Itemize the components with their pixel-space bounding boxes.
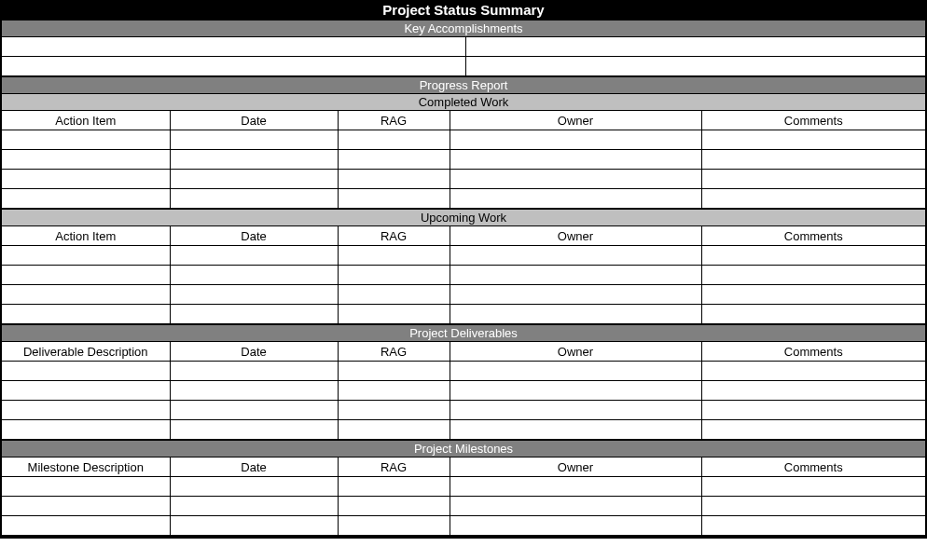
cell[interactable] bbox=[2, 516, 170, 536]
cell[interactable] bbox=[170, 477, 338, 497]
col-comments: Comments bbox=[701, 342, 925, 362]
cell[interactable] bbox=[338, 362, 450, 381]
table-row bbox=[2, 266, 925, 285]
cell[interactable] bbox=[2, 420, 170, 440]
cell[interactable] bbox=[170, 401, 338, 420]
cell[interactable] bbox=[450, 189, 701, 209]
table-header-row: Milestone Description Date RAG Owner Com… bbox=[2, 458, 925, 477]
cell[interactable] bbox=[170, 497, 338, 516]
table-row bbox=[2, 150, 925, 170]
cell[interactable] bbox=[170, 381, 338, 401]
cell[interactable] bbox=[338, 170, 450, 189]
cell[interactable] bbox=[170, 305, 338, 324]
col-action-item: Action Item bbox=[2, 111, 170, 130]
cell[interactable] bbox=[170, 150, 338, 170]
cell[interactable] bbox=[450, 246, 701, 266]
cell[interactable] bbox=[465, 37, 925, 57]
cell[interactable] bbox=[338, 246, 450, 266]
cell[interactable] bbox=[338, 477, 450, 497]
cell[interactable] bbox=[2, 497, 170, 516]
cell[interactable] bbox=[338, 401, 450, 420]
cell[interactable] bbox=[701, 420, 925, 440]
cell[interactable] bbox=[450, 285, 701, 305]
table-row bbox=[2, 285, 925, 305]
col-date: Date bbox=[170, 226, 338, 246]
col-owner: Owner bbox=[450, 342, 701, 362]
table-row bbox=[2, 362, 925, 381]
cell[interactable] bbox=[2, 57, 465, 76]
cell[interactable] bbox=[2, 246, 170, 266]
cell[interactable] bbox=[701, 362, 925, 381]
cell[interactable] bbox=[701, 497, 925, 516]
cell[interactable] bbox=[450, 401, 701, 420]
cell[interactable] bbox=[2, 305, 170, 324]
cell[interactable] bbox=[170, 285, 338, 305]
cell[interactable] bbox=[338, 266, 450, 285]
cell[interactable] bbox=[450, 420, 701, 440]
table-row bbox=[2, 477, 925, 497]
cell[interactable] bbox=[450, 170, 701, 189]
cell[interactable] bbox=[701, 170, 925, 189]
cell[interactable] bbox=[170, 516, 338, 536]
cell[interactable] bbox=[450, 516, 701, 536]
cell[interactable] bbox=[338, 497, 450, 516]
cell[interactable] bbox=[701, 401, 925, 420]
table-row bbox=[2, 130, 925, 150]
cell[interactable] bbox=[2, 189, 170, 209]
cell[interactable] bbox=[450, 477, 701, 497]
cell[interactable] bbox=[170, 130, 338, 150]
cell[interactable] bbox=[338, 285, 450, 305]
cell[interactable] bbox=[701, 285, 925, 305]
col-owner: Owner bbox=[450, 226, 701, 246]
cell[interactable] bbox=[701, 246, 925, 266]
cell[interactable] bbox=[338, 130, 450, 150]
deliverables-header: Project Deliverables bbox=[2, 324, 925, 341]
cell[interactable] bbox=[450, 305, 701, 324]
table-row bbox=[2, 246, 925, 266]
col-comments: Comments bbox=[701, 111, 925, 130]
cell[interactable] bbox=[2, 37, 465, 57]
col-rag: RAG bbox=[338, 226, 450, 246]
cell[interactable] bbox=[450, 381, 701, 401]
cell[interactable] bbox=[2, 401, 170, 420]
cell[interactable] bbox=[170, 189, 338, 209]
cell[interactable] bbox=[701, 130, 925, 150]
col-action-item: Action Item bbox=[2, 226, 170, 246]
cell[interactable] bbox=[450, 266, 701, 285]
cell[interactable] bbox=[170, 266, 338, 285]
cell[interactable] bbox=[338, 516, 450, 536]
milestones-table: Milestone Description Date RAG Owner Com… bbox=[2, 457, 925, 536]
cell[interactable] bbox=[338, 420, 450, 440]
cell[interactable] bbox=[450, 130, 701, 150]
cell[interactable] bbox=[170, 170, 338, 189]
cell[interactable] bbox=[2, 130, 170, 150]
cell[interactable] bbox=[2, 381, 170, 401]
cell[interactable] bbox=[338, 305, 450, 324]
table-header-row: Deliverable Description Date RAG Owner C… bbox=[2, 342, 925, 362]
cell[interactable] bbox=[2, 266, 170, 285]
cell[interactable] bbox=[465, 57, 925, 76]
cell[interactable] bbox=[2, 285, 170, 305]
cell[interactable] bbox=[701, 150, 925, 170]
cell[interactable] bbox=[338, 381, 450, 401]
cell[interactable] bbox=[170, 420, 338, 440]
cell[interactable] bbox=[701, 305, 925, 324]
cell[interactable] bbox=[701, 266, 925, 285]
cell[interactable] bbox=[450, 150, 701, 170]
cell[interactable] bbox=[2, 170, 170, 189]
cell[interactable] bbox=[450, 362, 701, 381]
progress-report-header: Progress Report bbox=[2, 76, 925, 93]
cell[interactable] bbox=[338, 150, 450, 170]
cell[interactable] bbox=[170, 246, 338, 266]
cell[interactable] bbox=[170, 362, 338, 381]
cell[interactable] bbox=[701, 381, 925, 401]
cell[interactable] bbox=[2, 477, 170, 497]
cell[interactable] bbox=[450, 497, 701, 516]
col-date: Date bbox=[170, 111, 338, 130]
cell[interactable] bbox=[338, 189, 450, 209]
cell[interactable] bbox=[701, 189, 925, 209]
cell[interactable] bbox=[701, 477, 925, 497]
cell[interactable] bbox=[2, 362, 170, 381]
cell[interactable] bbox=[701, 516, 925, 536]
cell[interactable] bbox=[2, 150, 170, 170]
